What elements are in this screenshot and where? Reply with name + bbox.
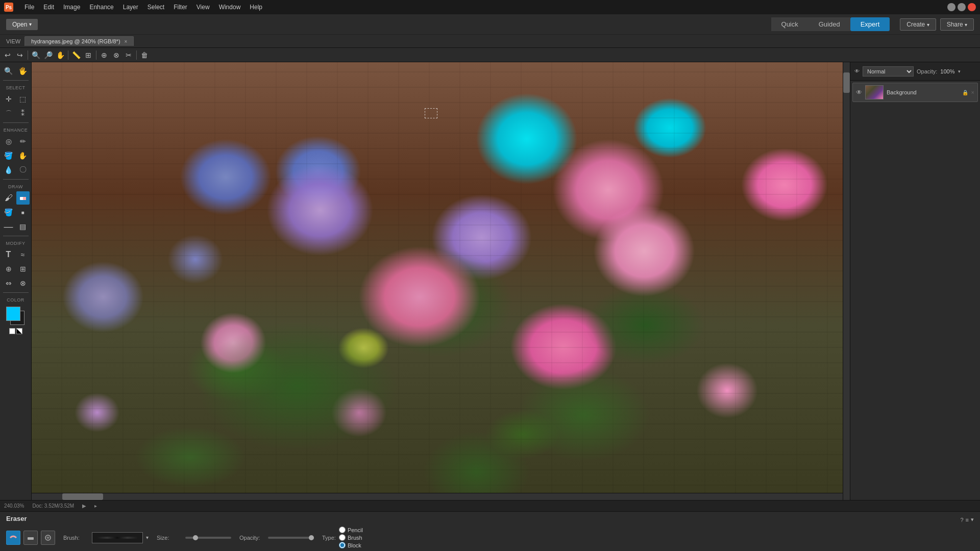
eraser-bg-mode-btn[interactable] bbox=[41, 531, 55, 545]
icon-bar: ↩ ↪ 🔍 🔎 ✋ 📏 ⊞ ⊕ ⊗ ✂ 🗑 bbox=[0, 48, 980, 62]
draw-label: DRAW bbox=[8, 184, 23, 189]
guided-mode-button[interactable]: Guided bbox=[808, 17, 850, 31]
blend-mode-select[interactable]: Normal bbox=[863, 66, 914, 77]
paste-button[interactable]: ⊗ bbox=[111, 49, 122, 61]
opacity-slider[interactable] bbox=[268, 537, 314, 539]
tool-divider-2 bbox=[3, 179, 29, 180]
size-slider[interactable] bbox=[185, 537, 231, 539]
swap-colors-button[interactable] bbox=[16, 328, 22, 334]
eye-dropper-tool[interactable]: ◎ bbox=[2, 135, 15, 148]
horizontal-scrollbar-thumb[interactable] bbox=[62, 493, 103, 500]
brush-tool[interactable]: 🖌 bbox=[2, 191, 15, 205]
smudge-tool[interactable]: ≈ bbox=[16, 248, 30, 261]
open-button[interactable]: Open ▾ bbox=[6, 19, 38, 30]
view-tools: 🔍 🖐 bbox=[2, 64, 30, 78]
canvas-background bbox=[32, 62, 850, 500]
menu-enhance[interactable]: Enhance bbox=[85, 3, 117, 12]
vertical-scrollbar[interactable] bbox=[843, 62, 850, 500]
quick-mode-button[interactable]: Quick bbox=[771, 17, 808, 31]
fill-draw-tool[interactable]: 🪣 bbox=[2, 206, 15, 219]
layer-close-button[interactable]: × bbox=[971, 89, 974, 95]
eraser-tool[interactable] bbox=[16, 191, 30, 205]
status-nav-arrow[interactable]: ▸ bbox=[94, 503, 97, 509]
zoom-tool[interactable]: 🔍 bbox=[2, 64, 15, 78]
eraser-pencil-mode-btn[interactable] bbox=[23, 531, 38, 545]
close-button[interactable] bbox=[968, 3, 976, 11]
zoom-in-button[interactable]: 🔍 bbox=[30, 49, 41, 61]
crop-tool[interactable]: ⊕ bbox=[2, 262, 15, 276]
quick-select-tool[interactable]: ⁑ bbox=[16, 107, 30, 120]
type-brush-radio[interactable] bbox=[339, 534, 346, 541]
brush-dropdown-arrow[interactable]: ▾ bbox=[146, 535, 149, 540]
default-colors-button[interactable] bbox=[9, 328, 15, 334]
pan-button[interactable]: ✋ bbox=[55, 49, 66, 61]
type-block-radio[interactable] bbox=[339, 542, 346, 548]
right-panel-top: 👁 Normal Opacity: 100% ▾ bbox=[850, 62, 980, 81]
color-section bbox=[6, 307, 26, 334]
menu-layer[interactable]: Layer bbox=[119, 3, 142, 12]
horizontal-scrollbar[interactable] bbox=[32, 493, 843, 500]
menu-file[interactable]: File bbox=[20, 3, 38, 12]
bucket-tool[interactable]: 🪣 bbox=[2, 149, 15, 162]
copy-button[interactable]: ⊕ bbox=[99, 49, 110, 61]
ruler-button[interactable]: 📏 bbox=[70, 49, 82, 61]
menu-image[interactable]: Image bbox=[59, 3, 84, 12]
warp-tool[interactable]: ⊗ bbox=[16, 277, 30, 290]
type-block-option[interactable]: Block bbox=[339, 542, 363, 548]
menu-filter[interactable]: Filter bbox=[169, 3, 191, 12]
lasso-tool[interactable]: ⌒ bbox=[2, 107, 15, 120]
sponge-tool[interactable]: 〇 bbox=[16, 163, 30, 177]
undo-icon-button[interactable]: ↩ bbox=[2, 49, 13, 61]
cut-button[interactable]: ✂ bbox=[123, 49, 134, 61]
eraser-brush-mode-btn[interactable] bbox=[6, 531, 20, 545]
menu-select[interactable]: Select bbox=[143, 3, 168, 12]
transform-tool[interactable]: ⇔ bbox=[2, 277, 15, 290]
opacity-dropdown-arrow[interactable]: ▾ bbox=[958, 69, 961, 74]
dropper-tool[interactable]: 💧 bbox=[2, 163, 15, 177]
file-tab[interactable]: hydrangeas.jpeg @ 240% (RGB/8*) × bbox=[24, 36, 134, 46]
size-label: Size: bbox=[157, 535, 182, 541]
marquee-tool[interactable]: ⬚ bbox=[16, 92, 30, 106]
menu-help[interactable]: Help bbox=[246, 3, 266, 12]
dropdown-options-icon[interactable]: ▾ bbox=[971, 516, 974, 523]
minimize-button[interactable] bbox=[947, 3, 955, 11]
modify-tools-row3: ⇔ ⊗ bbox=[2, 277, 30, 290]
layer-visibility-icon[interactable]: 👁 bbox=[856, 89, 862, 96]
canvas-image[interactable] bbox=[32, 62, 850, 500]
trash-button[interactable]: 🗑 bbox=[139, 49, 150, 61]
type-pencil-option[interactable]: Pencil bbox=[339, 527, 363, 533]
hand-nav-tool[interactable]: 🖐 bbox=[16, 64, 30, 78]
vertical-scrollbar-thumb[interactable] bbox=[843, 72, 850, 93]
menu-window[interactable]: Window bbox=[215, 3, 245, 12]
layer-background[interactable]: 👁 Background 🔒 × bbox=[852, 83, 978, 102]
text-tool[interactable]: T bbox=[2, 248, 15, 261]
rect-draw-tool[interactable]: ■ bbox=[16, 206, 30, 219]
hand-tool[interactable]: ✋ bbox=[16, 149, 30, 162]
list-icon[interactable]: ≡ bbox=[966, 517, 969, 523]
type-pencil-radio[interactable] bbox=[339, 527, 346, 533]
create-button[interactable]: Create ▾ bbox=[900, 18, 936, 31]
expert-mode-button[interactable]: Expert bbox=[850, 17, 890, 31]
zoom-out-button[interactable]: 🔎 bbox=[42, 49, 54, 61]
status-arrow[interactable]: ▶ bbox=[82, 503, 86, 509]
close-tab-button[interactable]: × bbox=[125, 39, 128, 44]
help-icon[interactable]: ? bbox=[960, 517, 963, 523]
maximize-button[interactable] bbox=[958, 3, 966, 11]
redo-icon-button[interactable]: ↪ bbox=[14, 49, 26, 61]
pencil-enhance-tool[interactable]: ✏ bbox=[16, 135, 30, 148]
foreground-color-swatch[interactable] bbox=[6, 307, 20, 321]
app-icon: Ps bbox=[4, 3, 13, 12]
menu-view[interactable]: View bbox=[192, 3, 214, 12]
grid-modify-tool[interactable]: ⊞ bbox=[16, 262, 30, 276]
stamp-tool[interactable]: ▤ bbox=[16, 220, 30, 233]
share-button[interactable]: Share ▾ bbox=[940, 18, 974, 31]
type-brush-option[interactable]: Brush bbox=[339, 534, 363, 541]
brush-preview[interactable] bbox=[92, 532, 143, 543]
file-tab-name: hydrangeas.jpeg @ 240% (RGB/8*) bbox=[31, 38, 120, 44]
move-tool[interactable]: ✛ bbox=[2, 92, 15, 106]
line-tool[interactable]: — bbox=[2, 220, 15, 233]
grid-button[interactable]: ⊞ bbox=[83, 49, 94, 61]
enhance-tools-row2: 🪣 ✋ bbox=[2, 149, 30, 162]
menu-edit[interactable]: Edit bbox=[39, 3, 58, 12]
left-toolbar: 🔍 🖐 SELECT ✛ ⬚ ⌒ ⁑ ENHANCE ◎ ✏ 🪣 ✋ 💧 〇 D… bbox=[0, 62, 32, 500]
